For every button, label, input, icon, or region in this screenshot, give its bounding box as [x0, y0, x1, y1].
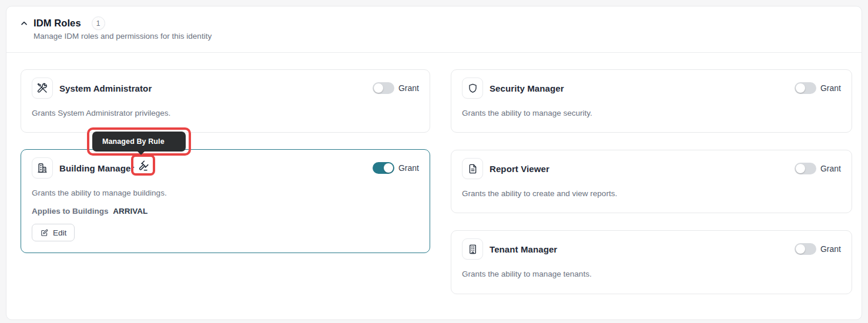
grant-label: Grant: [398, 163, 419, 173]
grant-toggle[interactable]: [373, 82, 394, 94]
idm-roles-panel: IDM Roles 1 Manage IDM roles and permiss…: [6, 6, 862, 320]
managed-by-rule-tooltip: Managed By Rule: [92, 132, 186, 152]
tools-icon: [32, 78, 53, 99]
role-description: Grants System Administrator privileges.: [32, 109, 419, 117]
toggle-knob: [384, 163, 393, 173]
grant-toggle[interactable]: [795, 82, 816, 94]
role-card-security-manager: Security Manager Grant Grants the abilit…: [451, 69, 852, 133]
grant-toggle[interactable]: [795, 243, 816, 255]
gavel-icon: [137, 159, 150, 172]
roles-column-right: Security Manager Grant Grants the abilit…: [451, 69, 852, 294]
role-description: Grants the ability to manage security.: [462, 109, 841, 117]
section-title: IDM Roles: [33, 18, 81, 29]
role-title: Building Manager: [59, 163, 134, 173]
grant-toggle[interactable]: [795, 163, 816, 174]
edit-pencil-icon: [40, 228, 49, 237]
role-description: Grants the ability to create and view re…: [462, 189, 841, 198]
role-card-system-administrator: System Administrator Grant Grants System…: [21, 69, 430, 133]
toggle-knob: [796, 244, 805, 254]
role-description: Grants the ability to manage buildings.: [32, 189, 419, 197]
collapse-chevron-up-icon[interactable]: [19, 19, 29, 28]
toggle-knob: [796, 164, 805, 173]
role-title: System Administrator: [59, 83, 152, 93]
edit-button[interactable]: Edit: [32, 224, 75, 241]
edit-button-label: Edit: [53, 228, 66, 237]
role-title: Tenant Manager: [490, 244, 557, 254]
grant-label: Grant: [398, 83, 419, 93]
role-card-tenant-manager: Tenant Manager Grant Grants the ability …: [451, 230, 852, 294]
role-card-report-viewer: Report Viewer Grant Grants the ability t…: [451, 150, 852, 213]
annotation-box-tooltip: Managed By Rule: [87, 127, 191, 156]
tenant-building-icon: [462, 238, 483, 260]
shield-icon: [462, 78, 483, 99]
role-card-building-manager: Building Manager Grant: [21, 149, 430, 253]
applies-to-value: ARRIVAL: [113, 207, 148, 216]
grant-label: Grant: [820, 83, 841, 93]
applies-to-row: Applies to Buildings ARRIVAL: [32, 207, 419, 216]
role-title: Report Viewer: [490, 164, 549, 174]
role-description: Grants the ability to manage tenants.: [462, 270, 841, 278]
grant-label: Grant: [820, 164, 841, 173]
applies-to-label: Applies to Buildings: [32, 207, 109, 216]
roles-grid: System Administrator Grant Grants System…: [6, 53, 862, 294]
roles-count-badge: 1: [92, 16, 105, 30]
buildings-icon: [32, 157, 53, 179]
managed-by-rule-indicator[interactable]: [137, 159, 150, 172]
toggle-knob: [796, 83, 805, 93]
grant-toggle[interactable]: [373, 162, 394, 174]
role-title: Security Manager: [490, 83, 564, 93]
panel-header: IDM Roles 1 Manage IDM roles and permiss…: [6, 6, 862, 53]
section-subtitle: Manage IDM roles and permissions for thi…: [33, 32, 847, 41]
roles-column-left: System Administrator Grant Grants System…: [21, 69, 430, 294]
report-icon: [462, 158, 483, 179]
toggle-knob: [374, 83, 383, 93]
grant-label: Grant: [820, 244, 841, 254]
